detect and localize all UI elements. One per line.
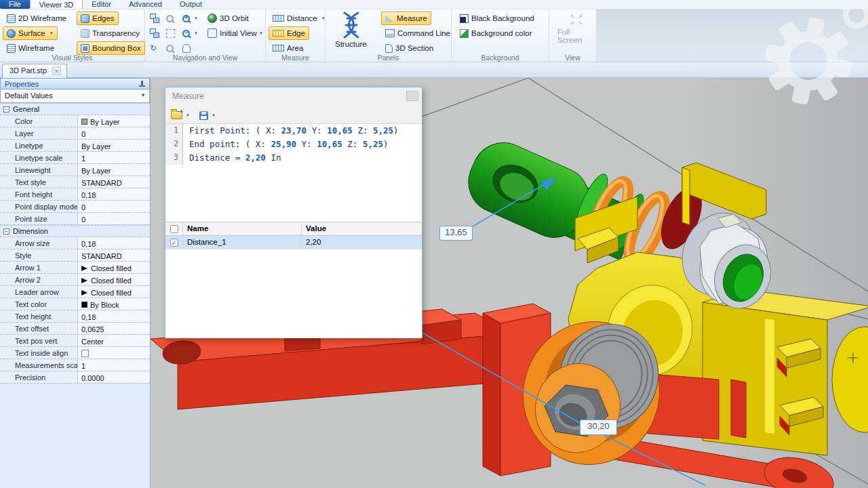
collapse-icon[interactable]: − <box>3 228 9 235</box>
command-line-button[interactable]: Command Line <box>381 26 454 40</box>
property-row: Linetype By Layer <box>0 140 150 152</box>
full-screen-button[interactable]: ↖ ↗↙ ↘ Full Screen <box>557 14 596 44</box>
navigation-more-button[interactable]: ▼ <box>256 26 265 40</box>
edges-label: Edges <box>92 14 115 22</box>
zoom-out-caret-icon[interactable]: ▼ <box>194 31 198 35</box>
property-value[interactable]: 0.0000 <box>78 371 150 383</box>
property-value[interactable]: 0,18 <box>78 188 150 200</box>
structure-button[interactable]: Structure <box>335 11 367 48</box>
3d-section-button[interactable]: 3D Section <box>381 41 437 55</box>
menu-output[interactable]: Output <box>171 0 211 9</box>
measure-panel-button[interactable]: Measure <box>381 12 431 25</box>
property-value[interactable]: Closed filled <box>78 274 150 285</box>
header-checkbox-cell[interactable] <box>165 222 183 235</box>
header-checkbox[interactable] <box>170 225 178 233</box>
property-value[interactable]: STANDARD <box>78 176 150 188</box>
menu-editor[interactable]: Editor <box>83 0 120 9</box>
property-row: Arrow 2 Closed filled <box>0 274 150 286</box>
dialog-close-button[interactable] <box>406 91 418 101</box>
document-tab-strip: 3D Part.stp × <box>0 62 868 78</box>
menu-viewer3d[interactable]: Viewer 3D <box>30 0 83 9</box>
property-label: Text inside align <box>0 347 78 359</box>
area-label: Area <box>287 44 303 52</box>
menu-advanced[interactable]: Advanced <box>120 0 171 9</box>
property-value[interactable]: 0,18 <box>78 310 150 322</box>
property-label: Text color <box>0 298 78 310</box>
property-value[interactable]: Center <box>78 335 150 346</box>
initial-view-button[interactable]: Initial View <box>203 26 261 40</box>
document-tab[interactable]: 3D Part.stp × <box>2 64 67 78</box>
column-header-value[interactable]: Value <box>302 222 422 235</box>
collapse-icon[interactable]: − <box>3 106 9 113</box>
save-caret-icon[interactable]: ▼ <box>212 113 216 117</box>
pan-button[interactable] <box>180 41 193 55</box>
property-value[interactable]: By Layer <box>78 164 150 176</box>
property-value[interactable]: By Layer <box>78 115 150 127</box>
column-header-name[interactable]: Name <box>183 222 302 235</box>
property-label: Color <box>0 115 78 127</box>
row-checkbox-cell[interactable]: ✓ <box>165 236 183 249</box>
orbit-button[interactable]: 3D Orbit <box>203 12 253 25</box>
background-color-button[interactable]: Background color <box>456 26 536 40</box>
bounding-box-button[interactable]: Bounding Box <box>77 41 145 55</box>
measure-output-area[interactable]: 1 First Point: ( X: 23,70 Y: 10,65 Z: 5,… <box>165 124 422 222</box>
property-value-text: By Block <box>90 301 119 309</box>
zoom-extents-button[interactable] <box>164 26 177 40</box>
cascade-button[interactable] <box>148 12 161 25</box>
property-value[interactable]: By Block <box>78 298 150 310</box>
pin-icon[interactable] <box>139 81 145 87</box>
table-row-distance[interactable]: ✓ Distance_1 2,20 <box>165 236 422 249</box>
property-value[interactable]: 0,18 <box>78 237 150 249</box>
command-line-icon <box>385 29 395 37</box>
open-button[interactable]: ▼ <box>171 111 190 119</box>
property-value[interactable]: 1 <box>78 359 150 371</box>
property-label: Arrow 2 <box>0 274 78 285</box>
tab-close-icon[interactable]: × <box>52 66 61 75</box>
surface-caret-icon[interactable]: ▼ <box>50 31 54 35</box>
dimension-label-1[interactable]: 13,65 <box>439 226 473 241</box>
cascade-alt-button[interactable] <box>148 26 161 40</box>
property-row: Text pos vert Center <box>0 335 150 347</box>
distance-caret-icon[interactable]: ▼ <box>321 16 326 20</box>
rotate-35-button[interactable]: ↻ <box>148 41 159 55</box>
section-general[interactable]: − General <box>0 103 150 115</box>
dimension-label-2[interactable]: 30,20 <box>580 420 617 435</box>
surface-button[interactable]: Surface▼ <box>3 26 58 40</box>
property-row: Color By Layer <box>0 115 150 127</box>
area-button[interactable]: Area <box>269 41 307 55</box>
property-value[interactable]: 0 <box>78 201 150 212</box>
property-value[interactable]: STANDARD <box>78 249 150 261</box>
zoom-window-button[interactable] <box>164 12 176 25</box>
edge-button[interactable]: Edge <box>269 26 309 40</box>
property-value[interactable]: Closed filled <box>78 262 150 273</box>
zoom-in-caret-icon[interactable]: ▼ <box>194 16 198 20</box>
property-value[interactable]: 0,0625 <box>78 323 150 334</box>
property-value[interactable] <box>78 347 150 359</box>
zoom-previous-button[interactable] <box>164 41 176 55</box>
transparency-button[interactable]: Transparency <box>77 26 144 40</box>
section-dimension[interactable]: − Dimension <box>0 225 150 237</box>
measure-dialog[interactable]: Measure ▼ ▼ 1 First Point: ( X: 23,70 Y:… <box>165 87 422 338</box>
distance-label: Distance <box>287 14 317 22</box>
zoom-out-button[interactable]: −▼ <box>180 26 200 40</box>
open-caret-icon[interactable]: ▼ <box>186 113 190 117</box>
property-value[interactable]: 0 <box>78 127 150 139</box>
property-value[interactable]: By Layer <box>78 140 150 151</box>
group-view: ↖ ↗↙ ↘ Full Screen View <box>549 9 597 62</box>
2d-wireframe-button[interactable]: 2D Wireframe <box>3 12 71 25</box>
row-checkbox[interactable]: ✓ <box>170 239 178 247</box>
preset-dropdown[interactable]: Default Values ▼ <box>0 89 150 103</box>
property-value[interactable]: 0 <box>78 213 150 224</box>
property-value-text: By Layer <box>81 167 111 175</box>
zoom-previous-icon <box>166 45 174 52</box>
wireframe-button[interactable]: Wireframe <box>3 41 58 55</box>
zoom-in-button[interactable]: +▼ <box>180 12 200 25</box>
property-value[interactable]: 1 <box>78 152 150 163</box>
menu-file[interactable]: File <box>0 0 30 9</box>
save-button[interactable]: ▼ <box>199 111 216 120</box>
distance-button[interactable]: Distance▼ <box>269 12 330 25</box>
measure-dialog-titlebar[interactable]: Measure <box>165 87 422 105</box>
property-value[interactable]: Closed filled <box>78 286 150 298</box>
black-background-button[interactable]: Black Background <box>456 12 538 25</box>
edges-button[interactable]: Edges <box>77 12 119 25</box>
